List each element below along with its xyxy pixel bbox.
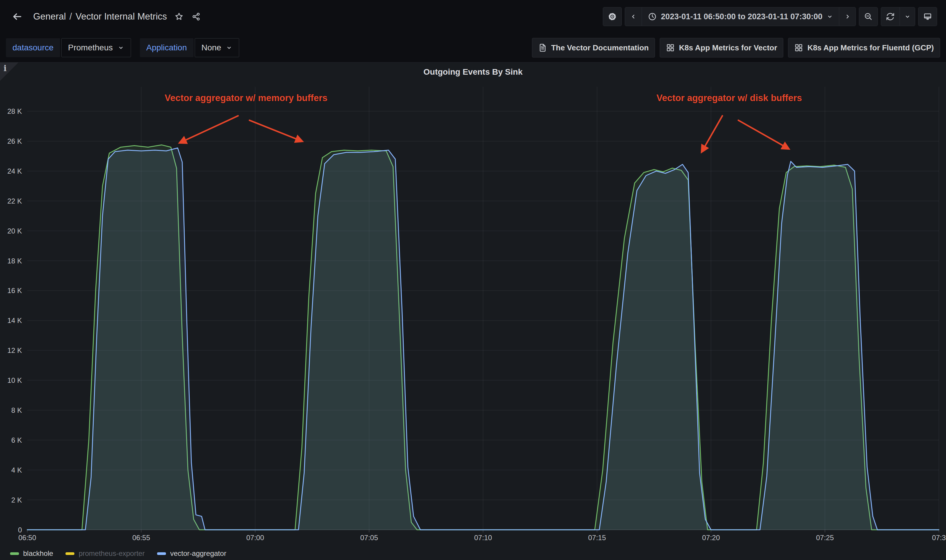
- application-value: None: [202, 43, 222, 52]
- datasource-value: Prometheus: [68, 43, 113, 52]
- legend-swatch: [10, 552, 19, 555]
- back-button[interactable]: [9, 8, 26, 25]
- time-shift-back-button[interactable]: [625, 8, 641, 26]
- y-tick-label: 10 K: [8, 376, 22, 384]
- variable-label: datasource: [6, 38, 60, 57]
- time-range-picker[interactable]: 2023-01-11 06:50:00 to 2023-01-11 07:30:…: [641, 8, 839, 26]
- variable-datasource: datasource Prometheus: [6, 38, 131, 57]
- legend-swatch: [157, 552, 166, 555]
- variable-application: Application None: [140, 38, 240, 57]
- y-tick-label: 24 K: [8, 167, 22, 175]
- annotation-arrow: [702, 116, 722, 152]
- variable-label: Application: [140, 38, 194, 57]
- x-tick-label: 07:00: [246, 534, 264, 542]
- refresh-interval-dropdown[interactable]: [900, 8, 915, 26]
- refresh-group: [881, 7, 915, 26]
- chart-legend: blackholeprometheus-exportervector-aggre…: [10, 549, 226, 558]
- chevron-down-icon: [904, 13, 911, 20]
- sub-nav: datasource Prometheus Application None: [0, 33, 946, 62]
- breadcrumb-separator: /: [69, 11, 72, 22]
- chevron-down-icon: [826, 13, 833, 20]
- y-tick-label: 0: [18, 526, 22, 534]
- y-tick-label: 14 K: [8, 317, 22, 325]
- timeseries-panel: i Outgoing Events By Sink 02 K4 K6 K8 K1…: [0, 62, 946, 560]
- top-nav: General / Vector Internal Metrics: [0, 0, 946, 33]
- x-tick-label: 06:55: [132, 534, 150, 542]
- x-tick-label: 07:05: [360, 534, 378, 542]
- time-shift-forward-button[interactable]: [839, 8, 855, 26]
- y-tick-label: 18 K: [8, 257, 22, 265]
- annotation-text-2: Vector aggregator w/ disk buffers: [657, 93, 802, 103]
- y-tick-label: 16 K: [8, 286, 22, 294]
- x-tick-label: 07:10: [474, 534, 492, 542]
- y-tick-label: 28 K: [8, 107, 22, 115]
- link-label: K8s App Metrics for Fluentd (GCP): [807, 43, 934, 52]
- magnifier-minus-icon: [864, 12, 873, 21]
- monitor-icon: [923, 12, 932, 21]
- time-range-text: 2023-01-11 06:50:00 to 2023-01-11 07:30:…: [661, 12, 822, 22]
- legend-label: blackhole: [23, 549, 53, 558]
- legend-item-prometheus-exporter[interactable]: prometheus-exporter: [66, 549, 145, 558]
- chevron-down-icon: [226, 45, 232, 51]
- y-tick-label: 8 K: [11, 406, 22, 414]
- clock-icon: [648, 12, 657, 21]
- link-k8s-metrics-vector[interactable]: K8s App Metrics for Vector: [660, 38, 783, 57]
- y-tick-label: 20 K: [8, 227, 22, 235]
- chevron-down-icon: [118, 45, 124, 51]
- datasource-select[interactable]: Prometheus: [62, 38, 131, 57]
- annotation-text-1: Vector aggregator w/ memory buffers: [165, 93, 328, 103]
- legend-item-vector-aggregator[interactable]: vector-aggregator: [157, 549, 226, 558]
- tv-mode-button[interactable]: [918, 7, 937, 26]
- link-vector-documentation[interactable]: The Vector Documentation: [532, 38, 655, 57]
- arrow-left-icon: [12, 11, 23, 22]
- dashboard-title[interactable]: Vector Internal Metrics: [75, 11, 167, 22]
- breadcrumb-folder[interactable]: General: [33, 11, 66, 22]
- document-icon: [538, 43, 547, 52]
- y-tick-label: 2 K: [11, 496, 22, 504]
- share-icon[interactable]: [192, 12, 201, 21]
- legend-label: vector-aggregator: [170, 549, 226, 558]
- star-icon[interactable]: [175, 12, 183, 21]
- x-tick-label: 07:25: [816, 534, 834, 542]
- link-label: K8s App Metrics for Vector: [679, 43, 777, 52]
- x-tick-label: 07:20: [702, 534, 720, 542]
- gear-icon: [608, 12, 617, 21]
- annotation-arrow: [180, 116, 238, 143]
- timeseries-plot[interactable]: 02 K4 K6 K8 K10 K12 K14 K16 K18 K20 K22 …: [0, 84, 946, 547]
- refresh-icon: [886, 12, 895, 21]
- y-tick-label: 26 K: [8, 137, 22, 145]
- annotation-arrow: [738, 120, 788, 149]
- chevron-right-icon: [844, 13, 851, 20]
- zoom-out-button[interactable]: [859, 7, 878, 26]
- apps-icon: [794, 43, 803, 52]
- link-label: The Vector Documentation: [551, 43, 649, 52]
- refresh-button[interactable]: [881, 8, 900, 26]
- annotation-arrow: [249, 120, 302, 142]
- x-tick-label: 07:3: [932, 534, 946, 542]
- y-tick-label: 4 K: [11, 466, 22, 474]
- legend-item-blackhole[interactable]: blackhole: [10, 549, 53, 558]
- x-tick-label: 06:50: [18, 534, 36, 542]
- apps-icon: [666, 43, 675, 52]
- application-select[interactable]: None: [195, 38, 240, 57]
- chevron-left-icon: [630, 13, 637, 20]
- dashboard-settings-button[interactable]: [603, 7, 622, 26]
- legend-swatch: [66, 552, 74, 555]
- link-k8s-metrics-fluentd[interactable]: K8s App Metrics for Fluentd (GCP): [788, 38, 940, 57]
- panel-title[interactable]: Outgoing Events By Sink: [0, 67, 946, 77]
- legend-label: prometheus-exporter: [78, 549, 145, 558]
- time-picker-group: 2023-01-11 06:50:00 to 2023-01-11 07:30:…: [625, 7, 856, 26]
- y-tick-label: 12 K: [8, 346, 22, 354]
- y-tick-label: 6 K: [11, 436, 22, 444]
- x-tick-label: 07:15: [588, 534, 606, 542]
- y-tick-label: 22 K: [8, 197, 22, 205]
- breadcrumb: General / Vector Internal Metrics: [33, 11, 167, 22]
